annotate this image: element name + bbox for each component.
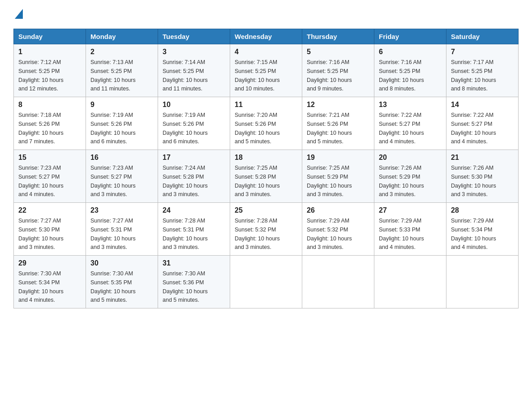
day-number: 31 bbox=[163, 259, 225, 267]
day-info: Sunrise: 7:25 AMSunset: 5:29 PMDaylight:… bbox=[307, 165, 352, 197]
day-info: Sunrise: 7:30 AMSunset: 5:36 PMDaylight:… bbox=[163, 270, 208, 303]
calendar-table: SundayMondayTuesdayWednesdayThursdayFrid… bbox=[13, 29, 519, 308]
calendar-week-row: 22 Sunrise: 7:27 AMSunset: 5:30 PMDaylig… bbox=[14, 203, 519, 256]
day-number: 26 bbox=[307, 206, 369, 214]
day-number: 11 bbox=[235, 101, 297, 109]
calendar-cell: 19 Sunrise: 7:25 AMSunset: 5:29 PMDaylig… bbox=[302, 150, 374, 203]
page-header bbox=[13, 9, 519, 20]
calendar-cell: 15 Sunrise: 7:23 AMSunset: 5:27 PMDaylig… bbox=[14, 150, 86, 203]
day-info: Sunrise: 7:29 AMSunset: 5:32 PMDaylight:… bbox=[307, 218, 352, 250]
logo bbox=[13, 9, 23, 20]
day-number: 30 bbox=[90, 259, 153, 267]
day-info: Sunrise: 7:30 AMSunset: 5:34 PMDaylight:… bbox=[18, 270, 64, 303]
calendar-cell: 30 Sunrise: 7:30 AMSunset: 5:35 PMDaylig… bbox=[86, 256, 158, 308]
calendar-cell: 9 Sunrise: 7:19 AMSunset: 5:26 PMDayligh… bbox=[86, 97, 158, 150]
day-info: Sunrise: 7:29 AMSunset: 5:33 PMDaylight:… bbox=[379, 218, 424, 250]
day-info: Sunrise: 7:27 AMSunset: 5:30 PMDaylight:… bbox=[18, 218, 64, 250]
day-info: Sunrise: 7:16 AMSunset: 5:25 PMDaylight:… bbox=[379, 59, 424, 92]
calendar-cell: 31 Sunrise: 7:30 AMSunset: 5:36 PMDaylig… bbox=[158, 256, 230, 308]
calendar-cell: 6 Sunrise: 7:16 AMSunset: 5:25 PMDayligh… bbox=[374, 44, 446, 97]
calendar-cell: 13 Sunrise: 7:22 AMSunset: 5:27 PMDaylig… bbox=[374, 97, 446, 150]
day-number: 3 bbox=[163, 48, 225, 56]
col-header-friday: Friday bbox=[374, 29, 446, 44]
calendar-week-row: 1 Sunrise: 7:12 AMSunset: 5:25 PMDayligh… bbox=[14, 44, 519, 97]
day-info: Sunrise: 7:23 AMSunset: 5:27 PMDaylight:… bbox=[90, 165, 136, 197]
col-header-wednesday: Wednesday bbox=[230, 29, 302, 44]
day-info: Sunrise: 7:13 AMSunset: 5:25 PMDaylight:… bbox=[90, 59, 136, 92]
day-number: 16 bbox=[90, 154, 153, 162]
calendar-cell: 29 Sunrise: 7:30 AMSunset: 5:34 PMDaylig… bbox=[14, 256, 86, 308]
day-number: 14 bbox=[451, 101, 514, 109]
calendar-cell: 26 Sunrise: 7:29 AMSunset: 5:32 PMDaylig… bbox=[302, 203, 374, 256]
day-number: 13 bbox=[379, 101, 442, 109]
day-number: 25 bbox=[235, 206, 297, 214]
day-info: Sunrise: 7:12 AMSunset: 5:25 PMDaylight:… bbox=[18, 59, 64, 92]
day-number: 10 bbox=[163, 101, 225, 109]
calendar-cell: 28 Sunrise: 7:29 AMSunset: 5:34 PMDaylig… bbox=[446, 203, 519, 256]
day-info: Sunrise: 7:19 AMSunset: 5:26 PMDaylight:… bbox=[90, 112, 136, 145]
day-number: 2 bbox=[90, 48, 153, 56]
day-number: 4 bbox=[235, 48, 297, 56]
calendar-cell: 21 Sunrise: 7:26 AMSunset: 5:30 PMDaylig… bbox=[446, 150, 519, 203]
day-info: Sunrise: 7:17 AMSunset: 5:25 PMDaylight:… bbox=[451, 59, 496, 92]
day-number: 17 bbox=[163, 154, 225, 162]
day-number: 19 bbox=[307, 154, 369, 162]
calendar-cell bbox=[374, 256, 446, 308]
day-info: Sunrise: 7:26 AMSunset: 5:29 PMDaylight:… bbox=[379, 165, 424, 197]
calendar-cell: 12 Sunrise: 7:21 AMSunset: 5:26 PMDaylig… bbox=[302, 97, 374, 150]
day-info: Sunrise: 7:24 AMSunset: 5:28 PMDaylight:… bbox=[163, 165, 208, 197]
day-number: 20 bbox=[379, 154, 442, 162]
calendar-cell: 18 Sunrise: 7:25 AMSunset: 5:28 PMDaylig… bbox=[230, 150, 302, 203]
day-info: Sunrise: 7:20 AMSunset: 5:26 PMDaylight:… bbox=[235, 112, 280, 145]
calendar-cell: 14 Sunrise: 7:22 AMSunset: 5:27 PMDaylig… bbox=[446, 97, 519, 150]
calendar-cell: 4 Sunrise: 7:15 AMSunset: 5:25 PMDayligh… bbox=[230, 44, 302, 97]
logo-arrow-icon bbox=[15, 9, 23, 19]
calendar-cell: 23 Sunrise: 7:27 AMSunset: 5:31 PMDaylig… bbox=[86, 203, 158, 256]
calendar-cell: 1 Sunrise: 7:12 AMSunset: 5:25 PMDayligh… bbox=[14, 44, 86, 97]
calendar-cell: 7 Sunrise: 7:17 AMSunset: 5:25 PMDayligh… bbox=[446, 44, 519, 97]
calendar-cell bbox=[302, 256, 374, 308]
calendar-cell: 25 Sunrise: 7:28 AMSunset: 5:32 PMDaylig… bbox=[230, 203, 302, 256]
day-info: Sunrise: 7:22 AMSunset: 5:27 PMDaylight:… bbox=[379, 112, 424, 145]
calendar-cell: 11 Sunrise: 7:20 AMSunset: 5:26 PMDaylig… bbox=[230, 97, 302, 150]
day-number: 7 bbox=[451, 48, 514, 56]
calendar-cell: 24 Sunrise: 7:28 AMSunset: 5:31 PMDaylig… bbox=[158, 203, 230, 256]
calendar-cell: 16 Sunrise: 7:23 AMSunset: 5:27 PMDaylig… bbox=[86, 150, 158, 203]
calendar-cell: 27 Sunrise: 7:29 AMSunset: 5:33 PMDaylig… bbox=[374, 203, 446, 256]
day-number: 15 bbox=[18, 154, 81, 162]
day-number: 18 bbox=[235, 154, 297, 162]
calendar-cell: 8 Sunrise: 7:18 AMSunset: 5:26 PMDayligh… bbox=[14, 97, 86, 150]
day-info: Sunrise: 7:15 AMSunset: 5:25 PMDaylight:… bbox=[235, 59, 280, 92]
day-info: Sunrise: 7:30 AMSunset: 5:35 PMDaylight:… bbox=[90, 270, 136, 303]
day-number: 9 bbox=[90, 101, 153, 109]
day-info: Sunrise: 7:18 AMSunset: 5:26 PMDaylight:… bbox=[18, 112, 64, 145]
day-info: Sunrise: 7:16 AMSunset: 5:25 PMDaylight:… bbox=[307, 59, 352, 92]
day-number: 23 bbox=[90, 206, 153, 214]
day-number: 28 bbox=[451, 206, 514, 214]
day-info: Sunrise: 7:19 AMSunset: 5:26 PMDaylight:… bbox=[163, 112, 208, 145]
day-info: Sunrise: 7:21 AMSunset: 5:26 PMDaylight:… bbox=[307, 112, 352, 145]
col-header-tuesday: Tuesday bbox=[158, 29, 230, 44]
day-number: 22 bbox=[18, 206, 81, 214]
day-info: Sunrise: 7:22 AMSunset: 5:27 PMDaylight:… bbox=[451, 112, 496, 145]
calendar-header-row: SundayMondayTuesdayWednesdayThursdayFrid… bbox=[14, 29, 519, 44]
day-number: 8 bbox=[18, 101, 81, 109]
day-number: 21 bbox=[451, 154, 514, 162]
day-info: Sunrise: 7:28 AMSunset: 5:31 PMDaylight:… bbox=[163, 218, 208, 250]
calendar-cell: 22 Sunrise: 7:27 AMSunset: 5:30 PMDaylig… bbox=[14, 203, 86, 256]
day-info: Sunrise: 7:27 AMSunset: 5:31 PMDaylight:… bbox=[90, 218, 136, 250]
day-info: Sunrise: 7:29 AMSunset: 5:34 PMDaylight:… bbox=[451, 218, 496, 250]
day-number: 5 bbox=[307, 48, 369, 56]
calendar-cell bbox=[230, 256, 302, 308]
day-info: Sunrise: 7:26 AMSunset: 5:30 PMDaylight:… bbox=[451, 165, 496, 197]
col-header-saturday: Saturday bbox=[446, 29, 519, 44]
day-number: 1 bbox=[18, 48, 81, 56]
day-info: Sunrise: 7:23 AMSunset: 5:27 PMDaylight:… bbox=[18, 165, 64, 197]
calendar-cell: 5 Sunrise: 7:16 AMSunset: 5:25 PMDayligh… bbox=[302, 44, 374, 97]
calendar-cell bbox=[446, 256, 519, 308]
calendar-week-row: 15 Sunrise: 7:23 AMSunset: 5:27 PMDaylig… bbox=[14, 150, 519, 203]
day-info: Sunrise: 7:28 AMSunset: 5:32 PMDaylight:… bbox=[235, 218, 280, 250]
calendar-cell: 10 Sunrise: 7:19 AMSunset: 5:26 PMDaylig… bbox=[158, 97, 230, 150]
calendar-week-row: 8 Sunrise: 7:18 AMSunset: 5:26 PMDayligh… bbox=[14, 97, 519, 150]
calendar-cell: 3 Sunrise: 7:14 AMSunset: 5:25 PMDayligh… bbox=[158, 44, 230, 97]
